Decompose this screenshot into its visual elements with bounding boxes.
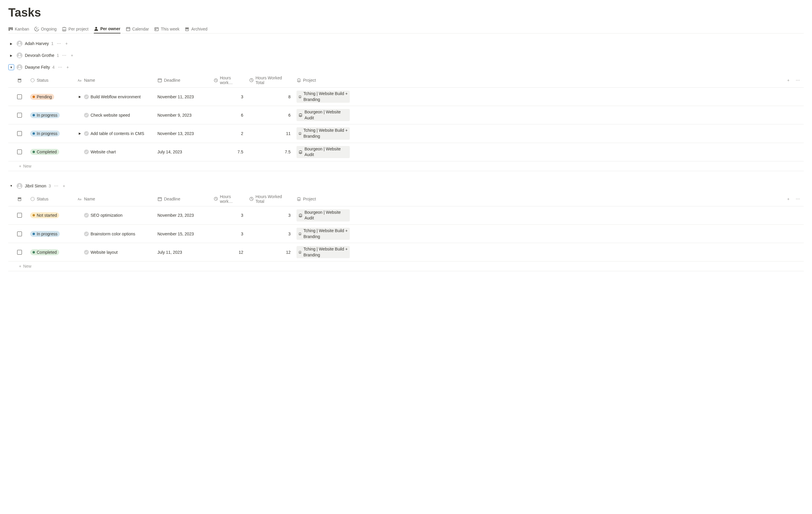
tab-per-owner[interactable]: Per owner bbox=[94, 25, 120, 33]
col-archive[interactable] bbox=[8, 192, 27, 206]
group-header: ▼ Dwayne Felty 4 ⋯ + bbox=[8, 61, 804, 73]
table-row[interactable]: Completed Website chart July 14, 2023 7.… bbox=[8, 143, 804, 161]
project-tag[interactable]: Tching | Website Build + Branding bbox=[296, 228, 350, 240]
group-toggle-button[interactable]: ▶ bbox=[8, 40, 14, 47]
task-name: Add table of contents in CMS bbox=[91, 131, 144, 136]
row-checkbox[interactable] bbox=[17, 131, 22, 136]
col-project[interactable]: Project bbox=[294, 73, 353, 87]
row-checkbox[interactable] bbox=[17, 94, 22, 99]
col-name[interactable]: AaName bbox=[75, 192, 154, 206]
col-archive[interactable] bbox=[8, 73, 27, 87]
col-status[interactable]: Status bbox=[27, 192, 75, 206]
task-name: Check website speed bbox=[91, 113, 130, 117]
group-owner-name[interactable]: Devorah Grothe bbox=[25, 53, 54, 58]
col-label: Status bbox=[37, 197, 49, 201]
col-status[interactable]: Status bbox=[27, 73, 75, 87]
group-add-button[interactable]: + bbox=[65, 64, 71, 70]
col-label: Deadline bbox=[164, 78, 180, 83]
project-tag[interactable]: Bourgeon | Website Audit bbox=[296, 109, 350, 121]
status-badge[interactable]: In progress bbox=[30, 112, 60, 118]
add-column-button[interactable]: + bbox=[785, 77, 791, 83]
table-row[interactable]: Not started SEO optimization November 23… bbox=[8, 206, 804, 225]
deadline-value: November 23, 2023 bbox=[157, 213, 194, 218]
new-row-button[interactable]: +New bbox=[8, 262, 804, 271]
expand-subitems-button[interactable]: ▶ bbox=[78, 95, 82, 98]
task-check-icon[interactable] bbox=[84, 113, 89, 117]
tab-this-week[interactable]: This week bbox=[154, 25, 179, 33]
group-add-button[interactable]: + bbox=[61, 183, 67, 189]
row-checkbox[interactable] bbox=[17, 150, 22, 154]
group-owner-name[interactable]: Adah Harvey bbox=[25, 41, 49, 46]
task-check-icon[interactable] bbox=[84, 250, 89, 254]
clock-icon bbox=[249, 197, 254, 201]
group-owner-name[interactable]: Dwayne Felty bbox=[25, 65, 50, 70]
group-toggle-button[interactable]: ▼ bbox=[8, 64, 14, 70]
row-checkbox[interactable] bbox=[17, 232, 22, 236]
col-name[interactable]: AaName bbox=[75, 73, 154, 87]
col-label: Hours Worked Total bbox=[255, 194, 291, 204]
task-check-icon[interactable] bbox=[84, 150, 89, 154]
project-icon bbox=[298, 113, 303, 117]
status-badge[interactable]: Completed bbox=[30, 149, 59, 155]
tab-calendar[interactable]: Calendar bbox=[126, 25, 149, 33]
table-row[interactable]: In progress ▶ Add table of contents in C… bbox=[8, 124, 804, 143]
project-tag[interactable]: Tching | Website Build + Branding bbox=[296, 90, 350, 103]
table-row[interactable]: In progress Brainstorm color options Nov… bbox=[8, 225, 804, 243]
group-owner-name[interactable]: Jibril Simon bbox=[25, 184, 46, 188]
group-more-button[interactable]: ⋯ bbox=[61, 52, 67, 58]
col-project[interactable]: Project bbox=[294, 192, 353, 206]
row-checkbox[interactable] bbox=[17, 213, 22, 218]
project-tag[interactable]: Bourgeon | Website Audit bbox=[296, 146, 350, 158]
status-badge[interactable]: Not started bbox=[30, 212, 59, 218]
tab-kanban[interactable]: Kanban bbox=[8, 25, 29, 33]
group-more-button[interactable]: ⋯ bbox=[53, 183, 59, 189]
col-label: Hours work… bbox=[220, 194, 243, 204]
col-hours-total[interactable]: Hours Worked Total bbox=[246, 192, 294, 206]
group-toggle-button[interactable]: ▼ bbox=[8, 183, 14, 189]
svg-point-22 bbox=[19, 185, 20, 186]
svg-rect-1 bbox=[10, 27, 11, 30]
tab-archived[interactable]: Archived bbox=[185, 25, 207, 33]
status-badge[interactable]: In progress bbox=[30, 231, 60, 237]
status-badge[interactable]: Pending bbox=[30, 94, 54, 100]
col-deadline[interactable]: Deadline bbox=[154, 73, 211, 87]
status-text: Not started bbox=[37, 213, 57, 218]
more-columns-button[interactable]: ⋯ bbox=[795, 77, 801, 83]
table-row[interactable]: Completed Website layout July 11, 2023 1… bbox=[8, 243, 804, 262]
task-check-icon[interactable] bbox=[84, 131, 89, 136]
group-more-button[interactable]: ⋯ bbox=[57, 64, 63, 70]
group-toggle-button[interactable]: ▶ bbox=[8, 52, 14, 58]
tab-label: Calendar bbox=[132, 27, 149, 31]
more-columns-button[interactable]: ⋯ bbox=[795, 196, 801, 202]
col-hours-worked[interactable]: Hours work… bbox=[211, 192, 246, 206]
table-row[interactable]: Pending ▶ Build Webflow environment Nove… bbox=[8, 88, 804, 106]
svg-point-13 bbox=[19, 54, 20, 55]
svg-point-14 bbox=[19, 66, 20, 67]
table-row[interactable]: In progress Check website speed November… bbox=[8, 106, 804, 124]
status-badge[interactable]: Completed bbox=[30, 249, 59, 255]
status-badge[interactable]: In progress bbox=[30, 131, 60, 136]
col-deadline[interactable]: Deadline bbox=[154, 192, 211, 206]
deadline-value: November 13, 2023 bbox=[157, 131, 194, 136]
task-check-icon[interactable] bbox=[84, 94, 89, 99]
svg-rect-18 bbox=[158, 79, 162, 82]
group-add-button[interactable]: + bbox=[69, 52, 75, 58]
task-check-icon[interactable] bbox=[84, 213, 89, 218]
expand-subitems-button[interactable]: ▶ bbox=[78, 132, 82, 135]
group-add-button[interactable]: + bbox=[64, 40, 69, 47]
add-column-button[interactable]: + bbox=[785, 196, 791, 202]
svg-rect-2 bbox=[11, 27, 13, 30]
row-checkbox[interactable] bbox=[17, 113, 22, 117]
task-check-icon[interactable] bbox=[84, 232, 89, 236]
row-checkbox[interactable] bbox=[17, 250, 22, 254]
tab-per-project[interactable]: Per project bbox=[62, 25, 88, 33]
col-hours-total[interactable]: Hours Worked Total bbox=[246, 73, 294, 87]
tab-ongoing[interactable]: Ongoing bbox=[34, 25, 57, 33]
col-hours-worked[interactable]: Hours work… bbox=[211, 73, 246, 87]
group-more-button[interactable]: ⋯ bbox=[56, 40, 62, 47]
project-tag[interactable]: Tching | Website Build + Branding bbox=[296, 246, 350, 258]
tab-icon bbox=[62, 27, 66, 31]
new-row-button[interactable]: +New bbox=[8, 161, 804, 171]
project-tag[interactable]: Tching | Website Build + Branding bbox=[296, 127, 350, 139]
project-tag[interactable]: Bourgeon | Website Audit bbox=[296, 209, 350, 221]
